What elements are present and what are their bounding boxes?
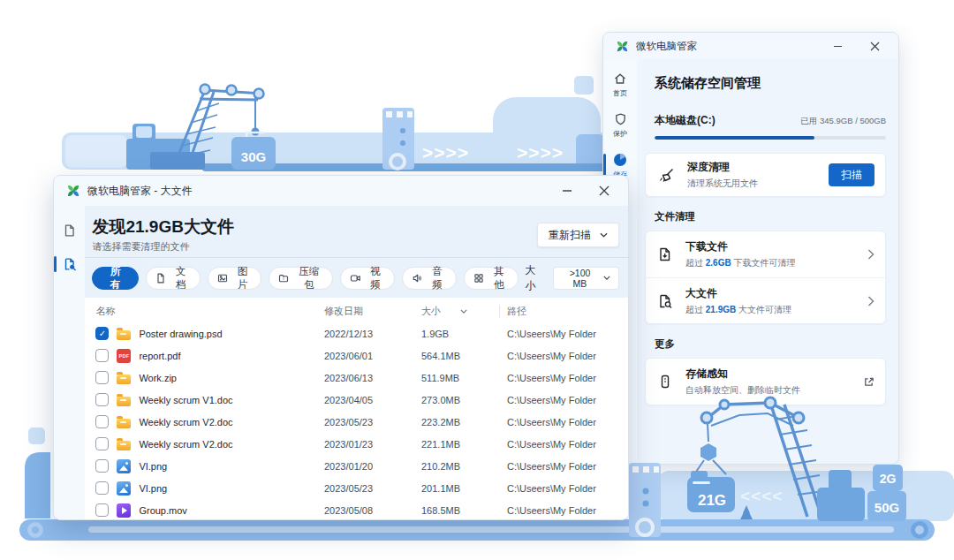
row-checkbox[interactable] xyxy=(95,481,109,495)
filter-icon xyxy=(473,273,484,284)
file-path: C:\Useers\My Folder xyxy=(499,395,619,405)
file-date: 2023/05/08 xyxy=(324,505,421,516)
file-date: 2023/06/01 xyxy=(324,351,421,361)
table-row[interactable]: report.pdf 2023/06/01 564.1MB C:\Useers\… xyxy=(85,344,628,367)
pcmanager-logo xyxy=(616,40,629,53)
disk-usage-text: 已用 345.9GB / 500GB xyxy=(800,116,886,127)
scan-button[interactable]: 扫描 xyxy=(829,163,874,186)
crate-30g xyxy=(231,137,276,170)
folder-21g-label: 21G xyxy=(698,492,726,509)
filter-pill-audio[interactable]: 音频 xyxy=(402,267,457,290)
file-type-icon xyxy=(117,375,131,384)
chevron-right-icon xyxy=(867,249,874,260)
disk-name: 本地磁盘(C:) xyxy=(655,113,716,128)
more-section-label: 更多 xyxy=(655,337,886,351)
large-files-row[interactable]: 大文件 超过 21.9GB 大文件可清理 xyxy=(646,277,885,323)
file-date: 2023/05/23 xyxy=(324,417,421,428)
external-link-icon xyxy=(863,376,874,388)
file-date: 2023/01/23 xyxy=(324,439,421,450)
row-checkbox[interactable] xyxy=(95,371,109,384)
row-checkbox[interactable] xyxy=(95,327,109,340)
table-row[interactable]: Poster drawing.psd 2022/12/13 1.9GB C:\U… xyxy=(85,322,628,344)
main-titlebar: 微软电脑管家 - 大文件 xyxy=(54,176,628,206)
filter-pill-grid[interactable]: 其他 xyxy=(464,267,519,290)
nav-item-home[interactable]: 首页 xyxy=(603,72,637,98)
chevron-right-icon xyxy=(867,296,874,306)
file-name: Poster drawing.psd xyxy=(139,329,222,339)
box-2g xyxy=(873,465,903,491)
chevron-down-icon xyxy=(460,309,467,314)
file-name: Work.zip xyxy=(139,373,177,383)
row-checkbox[interactable] xyxy=(95,437,109,450)
filter-pill-image[interactable]: 图片 xyxy=(208,267,262,290)
desktop: 30G >>>> >>>> 微 xyxy=(0,0,954,560)
filter-pill-archive[interactable]: 压缩包 xyxy=(269,267,333,290)
filter-bar: 所有 文档 图片 压缩包 视频 音频 其他 大小 >100 MB xyxy=(85,258,628,298)
conveyor-chevrons-left: <<<< xyxy=(740,487,783,505)
main-close-button[interactable] xyxy=(589,180,619,201)
column-size-sort[interactable]: 大小 xyxy=(421,305,499,318)
file-name: VI.png xyxy=(139,461,167,472)
storage-sense-card[interactable]: 存储感知 自动释放空间、删除临时文件 xyxy=(645,358,886,405)
filter-icon xyxy=(217,273,228,284)
file-path: C:\Useers\My Folder xyxy=(499,351,619,361)
file-size: 1.9GB xyxy=(421,329,499,339)
large-files-header: 发现21.9GB大文件 请选择需要清理的文件 重新扫描 xyxy=(85,206,628,258)
box-50g xyxy=(867,491,906,521)
file-type-icon xyxy=(117,481,131,496)
file-type-icon xyxy=(117,330,131,340)
download-files-row[interactable]: 下载文件 超过 2.6GB 下载文件可清理 xyxy=(646,231,885,277)
file-size: 168.5MB xyxy=(421,505,499,516)
file-path: C:\Useers\My Folder xyxy=(499,439,619,450)
rail-large-files[interactable] xyxy=(58,254,81,275)
table-row[interactable]: Weekly scrum V2.doc 2023/01/23 221.1MB C… xyxy=(85,433,628,455)
table-row[interactable]: Weekly scrum V1.doc 2023/04/05 273.0MB C… xyxy=(85,389,628,411)
file-name: Weekly scrum V2.doc xyxy=(139,439,232,450)
filter-pill-video[interactable]: 视频 xyxy=(340,267,395,290)
file-type-icon xyxy=(117,349,131,363)
nav-item-protect[interactable]: 保护 xyxy=(603,112,637,139)
table-row[interactable]: VI.png 2023/01/20 210.2MB C:\Useers\My F… xyxy=(85,455,628,477)
file-date: 2023/06/13 xyxy=(324,373,421,383)
box-50g-label: 50G xyxy=(874,500,899,515)
download-file-icon xyxy=(656,246,674,263)
table-row[interactable]: Work.zip 2023/06/13 511.9MB C:\Useers\My… xyxy=(85,367,628,389)
deep-clean-card[interactable]: 深度清理 清理系统无用文件 扫描 xyxy=(645,153,886,197)
download-files-subtitle: 超过 2.6GB 下载文件可清理 xyxy=(685,257,856,269)
column-name: 名称 xyxy=(95,305,324,318)
filter-pill-doc[interactable]: 文档 xyxy=(146,267,201,290)
side-minimize-button[interactable] xyxy=(822,35,852,57)
table-row[interactable]: Group.mov 2023/05/08 168.5MB C:\Useers\M… xyxy=(85,499,628,520)
main-minimize-button[interactable] xyxy=(552,180,582,201)
table-row[interactable]: Weekly scrum V2.doc 2023/05/23 223.2MB C… xyxy=(85,411,628,433)
file-name: Weekly scrum V2.doc xyxy=(139,417,232,428)
size-filter-label: 大小 xyxy=(526,263,546,293)
row-checkbox[interactable] xyxy=(95,393,109,406)
size-filter-dropdown[interactable]: >100 MB xyxy=(553,267,619,290)
pc-manager-large-files-window: 微软电脑管家 - 大文件 xyxy=(53,175,629,520)
table-row[interactable]: VI.png 2023/05/23 201.1MB C:\Useers\My F… xyxy=(85,477,628,499)
main-window-title: 微软电脑管家 - 大文件 xyxy=(87,184,545,199)
row-checkbox[interactable] xyxy=(95,459,109,473)
row-checkbox[interactable] xyxy=(95,503,109,517)
side-window-title: 微软电脑管家 xyxy=(636,40,815,53)
pc-manager-storage-window: 微软电脑管家 首页 xyxy=(602,32,899,465)
file-table: 名称 修改日期 大小 路径 Poster drawing.psd xyxy=(85,298,628,520)
filter-pill-all[interactable]: 所有 xyxy=(92,267,138,290)
file-size: 511.9MB xyxy=(421,373,499,383)
row-checkbox[interactable] xyxy=(95,349,109,362)
file-type-icon xyxy=(117,459,131,473)
rescan-button[interactable]: 重新扫描 xyxy=(537,223,619,247)
column-date: 修改日期 xyxy=(324,305,421,318)
broom-icon xyxy=(656,165,676,185)
side-close-button[interactable] xyxy=(859,35,890,57)
file-path: C:\Useers\My Folder xyxy=(499,483,619,494)
storage-panel: 系统储存空间管理 本地磁盘(C:) 已用 345.9GB / 500GB xyxy=(637,59,898,465)
main-rail xyxy=(54,206,85,520)
rail-download-files[interactable] xyxy=(58,220,81,241)
file-date: 2023/01/20 xyxy=(324,461,421,472)
file-clean-section-label: 文件清理 xyxy=(655,210,886,223)
filter-label: 压缩包 xyxy=(294,265,323,291)
file-path: C:\Useers\My Folder xyxy=(499,373,619,383)
row-checkbox[interactable] xyxy=(95,415,109,428)
